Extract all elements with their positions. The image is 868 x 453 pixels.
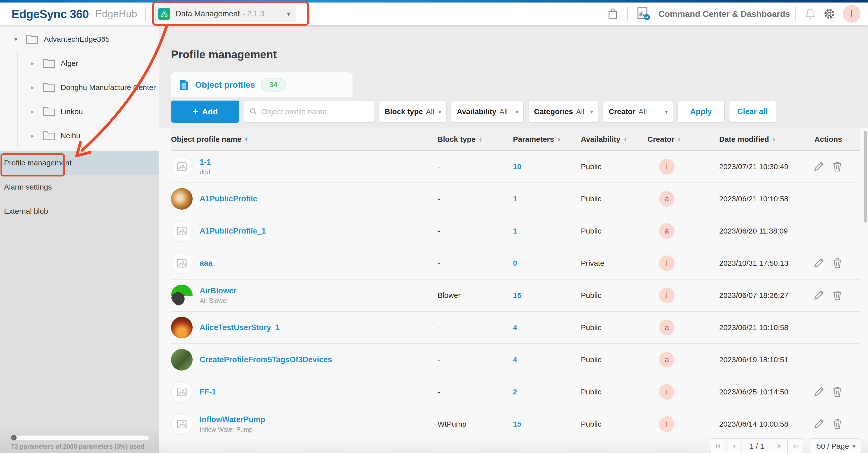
profile-name-link[interactable]: FF-1 — [200, 387, 216, 396]
caret-down-icon[interactable]: ▾ — [11, 36, 20, 43]
settings-gear-icon[interactable] — [823, 8, 835, 20]
tree-node[interactable]: ▸ Linkou — [0, 100, 159, 124]
profile-subtitle: Air Blower — [200, 297, 236, 304]
sidebar-item-profile-management[interactable]: Profile management — [0, 151, 159, 175]
chevron-down-icon: ▾ — [512, 108, 519, 115]
delete-icon[interactable] — [832, 386, 843, 398]
delete-icon[interactable] — [832, 257, 843, 269]
creator-avatar: i — [659, 255, 675, 271]
creator-avatar: a — [659, 191, 675, 207]
delete-icon[interactable] — [832, 290, 843, 301]
next-page-icon[interactable] — [772, 439, 787, 453]
availability-value: Private — [581, 259, 648, 267]
parameters-count-link[interactable]: 2 — [513, 388, 581, 396]
availability-value: Public — [581, 388, 648, 396]
sidebar-item-alarm-settings[interactable]: Alarm settings — [0, 175, 159, 199]
last-page-icon[interactable] — [787, 439, 803, 453]
sort-icons[interactable]: ▲▼ — [479, 137, 483, 142]
filter-availability[interactable]: Availability All ▾ — [451, 101, 524, 123]
profile-name-link[interactable]: CreateProfileFrom5TagsOf3Devices — [200, 355, 332, 364]
parameters-count-link[interactable]: 15 — [513, 291, 581, 300]
profile-name-link[interactable]: A1PublicProfile_1 — [200, 226, 266, 235]
clear-all-button[interactable]: Clear all — [729, 101, 776, 123]
caret-right-icon[interactable]: ▸ — [28, 108, 37, 115]
user-avatar[interactable]: I — [843, 5, 861, 23]
app-store-icon[interactable] — [607, 7, 619, 20]
block-type-value: - — [437, 259, 513, 267]
profile-name-link[interactable]: aaa — [200, 259, 213, 268]
column-header-name[interactable]: Object profile name ▲▼ — [171, 135, 437, 143]
parameters-count-link[interactable]: 1 — [513, 195, 581, 203]
tree-node[interactable]: ▸ Donghu Manufacture Center — [0, 75, 159, 100]
parameters-count-link[interactable]: 15 — [513, 420, 581, 428]
caret-right-icon[interactable]: ▸ — [28, 60, 37, 67]
delete-icon[interactable] — [832, 418, 843, 430]
block-type-value: - — [437, 388, 513, 396]
parameters-count-link[interactable]: 4 — [513, 323, 581, 332]
notifications-bell-icon[interactable] — [804, 8, 816, 20]
column-header-block-type[interactable]: Block type ▲▼ — [437, 135, 513, 143]
edit-icon[interactable] — [813, 257, 825, 269]
command-center-icon[interactable] — [637, 7, 651, 21]
edit-icon[interactable] — [813, 290, 825, 301]
block-type-value: - — [437, 195, 513, 203]
sort-icons[interactable]: ▲▼ — [772, 137, 776, 142]
profile-name-link[interactable]: 1-1 — [200, 158, 211, 167]
caret-right-icon[interactable]: ▸ — [28, 132, 37, 139]
filter-block-type[interactable]: Block type All ▾ — [379, 101, 446, 123]
command-center-label[interactable]: Command Center & Dashboards — [658, 9, 790, 19]
parameters-count-link[interactable]: 0 — [513, 259, 581, 267]
tab-object-profiles[interactable]: Object profiles 34 — [171, 72, 352, 97]
profile-name-link[interactable]: AirBlower — [200, 286, 236, 295]
profile-name-link[interactable]: InflowWaterPump — [200, 415, 265, 424]
first-page-icon[interactable] — [710, 439, 726, 453]
availability-value: Public — [581, 323, 648, 332]
date-modified-value: 2023/06/21 10:10:58 — [705, 195, 806, 203]
table-body: 1-1 ddd - 10 Public i 2023/07/21 10:30:4… — [171, 151, 860, 438]
sidebar: ▾ AdvantechEdge365 ▸ Alger ▸ Donghu Manu… — [0, 25, 159, 453]
parameters-count-link[interactable]: 4 — [513, 355, 581, 364]
apply-button[interactable]: Apply — [677, 101, 725, 123]
sidebar-item-external-blob[interactable]: External blob — [0, 199, 159, 223]
sort-icons[interactable]: ▲▼ — [244, 137, 248, 142]
profile-image — [171, 156, 193, 177]
sort-icons[interactable]: ▲▼ — [557, 137, 561, 142]
column-header-availability[interactable]: Availability ▲▼ — [581, 135, 648, 143]
edit-icon[interactable] — [813, 386, 825, 398]
edit-icon[interactable] — [813, 161, 825, 172]
tree-node-root[interactable]: ▾ AdvantechEdge365 — [0, 27, 159, 51]
prev-page-icon[interactable] — [726, 439, 742, 453]
profile-subtitle: Inflow Water Pump — [200, 426, 265, 433]
tree-node-label: Alger — [61, 59, 78, 68]
add-button[interactable]: + Add — [171, 101, 239, 123]
tree-node[interactable]: ▸ Alger — [0, 51, 159, 75]
tree-node[interactable]: ▸ Neihu — [0, 124, 159, 148]
sort-icons[interactable]: ▲▼ — [623, 137, 627, 142]
profile-name-link[interactable]: A1PublicProfile — [200, 194, 257, 203]
parameters-count-link[interactable]: 10 — [513, 162, 581, 171]
app-selector-dropdown[interactable]: Data Management - 2.1.3 ▾ — [155, 5, 296, 22]
column-header-creator[interactable]: Creator ▲▼ — [648, 135, 705, 143]
caret-right-icon[interactable]: ▸ — [28, 84, 37, 91]
date-modified-value: 2023/06/25 10:14:50 — [705, 388, 806, 396]
parameters-count-link[interactable]: 1 — [513, 227, 581, 235]
tree-node-label: Linkou — [61, 107, 83, 116]
app-header: EdgeSync 360 EdgeHub Data Management - 2… — [0, 2, 868, 25]
filter-creator[interactable]: Creator All ▾ — [603, 101, 673, 123]
sort-icons[interactable]: ▲▼ — [677, 137, 681, 142]
column-header-date-modified[interactable]: Date modified ▲▼ — [705, 135, 806, 143]
search-input[interactable] — [261, 107, 369, 116]
creator-avatar: a — [659, 320, 675, 335]
date-modified-value: 2023/07/21 10:30:49 — [705, 162, 806, 171]
delete-icon[interactable] — [832, 161, 843, 172]
search-icon — [249, 107, 258, 116]
table-scrollbar-thumb[interactable] — [864, 131, 867, 223]
profile-name-link[interactable]: AliceTestUserStory_1 — [200, 323, 280, 332]
column-header-parameters[interactable]: Parameters ▲▼ — [513, 135, 581, 143]
creator-avatar: i — [659, 159, 675, 174]
usage-progress-fill — [11, 435, 17, 441]
filter-categories[interactable]: Categories All ▾ — [528, 101, 598, 123]
chevron-down-icon: ▾ — [661, 108, 668, 115]
page-size-select[interactable]: 50 / Page ▾ — [810, 439, 861, 453]
edit-icon[interactable] — [813, 418, 825, 430]
